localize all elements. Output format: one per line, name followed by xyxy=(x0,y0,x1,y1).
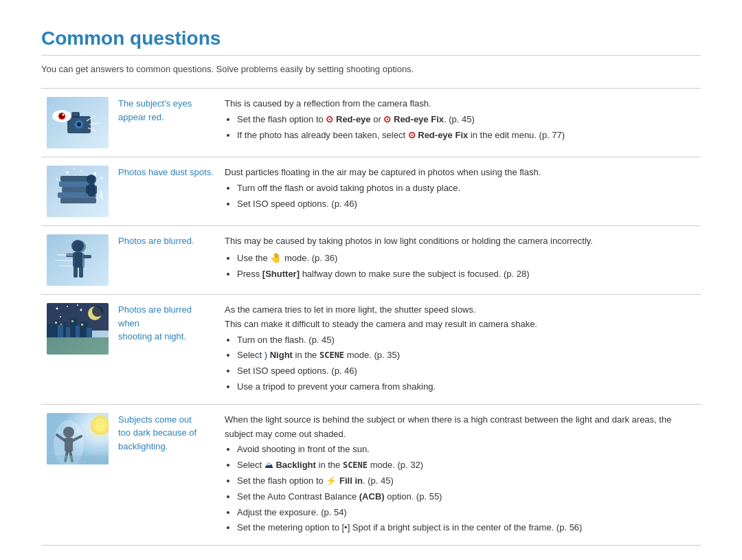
table-row: Photos are blurred whenshooting at night… xyxy=(41,295,701,405)
subtitle: You can get answers to common questions.… xyxy=(41,64,701,74)
svg-point-50 xyxy=(77,304,78,306)
bullet-item: Set the flash option to ⊙ Red-eye or ⊙ R… xyxy=(237,113,697,127)
svg-rect-62 xyxy=(71,320,74,322)
svg-point-49 xyxy=(60,316,61,317)
bullet-item: Avoid shooting in front of the sun. xyxy=(237,443,697,457)
faq-table: The subject's eyesappear red.This is cau… xyxy=(41,88,701,546)
content-intro: As the camera tries to let in more light… xyxy=(225,304,476,315)
svg-point-23 xyxy=(66,171,69,174)
svg-rect-59 xyxy=(87,328,92,337)
content-intro: Dust particles floating in the air may b… xyxy=(225,167,541,177)
svg-point-67 xyxy=(93,418,107,432)
svg-point-9 xyxy=(63,114,65,116)
image-cell-dust-spots xyxy=(41,157,114,226)
label-cell-dust-spots: Photos have dust spots. xyxy=(114,157,221,226)
svg-rect-34 xyxy=(73,252,82,267)
svg-rect-63 xyxy=(81,324,83,326)
bullet-item: Set ISO speed options. (p. 46) xyxy=(237,364,697,379)
content-intro: This is caused by a reflection from the … xyxy=(225,98,431,109)
label-text-2: too dark because of xyxy=(118,427,196,438)
content-cell-dust-spots: Dust particles floating in the air may b… xyxy=(221,157,701,226)
svg-rect-2 xyxy=(71,112,80,117)
svg-point-5 xyxy=(77,122,81,126)
bullet-item: Select ) Night in the SCENE mode. (p. 35… xyxy=(237,348,697,363)
svg-rect-38 xyxy=(79,267,83,278)
table-row: The subject's eyesappear red.This is cau… xyxy=(41,89,701,157)
label-cell-backlight: Subjects come outtoo dark because ofback… xyxy=(114,404,221,545)
bullet-item: Turn off the flash or avoid taking photo… xyxy=(237,181,697,196)
image-cell-backlight xyxy=(41,404,114,545)
svg-rect-77 xyxy=(47,456,109,464)
svg-rect-36 xyxy=(83,255,91,258)
svg-point-28 xyxy=(74,168,75,170)
svg-point-46 xyxy=(56,308,58,310)
svg-point-24 xyxy=(80,170,82,172)
image-cell-blurred xyxy=(41,226,114,295)
title-divider xyxy=(41,55,701,56)
svg-point-33 xyxy=(71,240,84,252)
svg-point-45 xyxy=(92,306,103,317)
svg-rect-60 xyxy=(47,337,109,355)
bullet-item: Set the metering option to [•] Spot if a… xyxy=(237,521,697,535)
bullet-item: Press [Shutter] halfway down to make sur… xyxy=(237,267,697,282)
image-cell-red-eye xyxy=(41,89,114,157)
bullet-item: Select ⛰ Backlight in the SCENE mode. (p… xyxy=(237,458,697,473)
bullet-item: Set the Auto Contrast Balance (ACB) opti… xyxy=(237,490,697,504)
label-text: Subjects come out xyxy=(118,414,192,425)
label-text-3: backlighting. xyxy=(118,441,168,451)
bullet-item: Turn on the flash. (p. 45) xyxy=(237,333,697,348)
svg-point-19 xyxy=(87,175,96,184)
svg-rect-21 xyxy=(86,186,90,194)
svg-point-27 xyxy=(100,177,103,179)
svg-rect-22 xyxy=(93,186,97,194)
label-text-2: shooting at night. xyxy=(118,331,186,341)
svg-rect-64 xyxy=(60,324,62,325)
content-intro2: This can make it difficult to steady the… xyxy=(225,319,537,329)
content-cell-night: As the camera tries to let in more light… xyxy=(221,295,701,405)
content-intro: When the light source is behind the subj… xyxy=(225,414,671,439)
image-cell-night xyxy=(41,295,114,405)
label-text: Photos are blurred when xyxy=(118,304,192,328)
content-cell-red-eye: This is caused by a reflection from the … xyxy=(221,89,701,157)
content-intro: This may be caused by taking photos in l… xyxy=(225,236,593,246)
label-cell-night: Photos are blurred whenshooting at night… xyxy=(114,295,221,405)
bullet-item: Use a tripod to prevent your camera from… xyxy=(237,380,697,394)
label-text: Photos are blurred. xyxy=(118,236,194,246)
table-row: Photos have dust spots.Dust particles fl… xyxy=(41,157,701,226)
svg-rect-18 xyxy=(60,198,96,203)
label-text: Photos have dust spots. xyxy=(118,167,214,177)
bullet-item: If the photo has already been taken, sel… xyxy=(237,128,697,143)
content-cell-backlight: When the light source is behind the subj… xyxy=(221,404,701,545)
label-text: The subject's eyes xyxy=(118,98,192,109)
content-cell-blurred: This may be caused by taking photos in l… xyxy=(221,226,701,295)
table-row: Photos are blurred.This may be caused by… xyxy=(41,226,701,295)
bullet-item: Set ISO speed options. (p. 46) xyxy=(237,197,697,212)
svg-rect-37 xyxy=(74,267,78,278)
page-title: Common questions xyxy=(41,27,701,49)
label-cell-blurred: Photos are blurred. xyxy=(114,226,221,295)
svg-point-47 xyxy=(67,306,68,307)
label-cell-red-eye: The subject's eyesappear red. xyxy=(114,89,221,157)
bullet-item: Set the flash option to ⚡ Fill in. (p. 4… xyxy=(237,474,697,489)
label-text-2: appear red. xyxy=(118,112,164,122)
svg-point-26 xyxy=(56,179,58,181)
svg-rect-61 xyxy=(55,322,57,324)
table-row: Subjects come outtoo dark because ofback… xyxy=(41,404,701,545)
svg-point-25 xyxy=(93,172,97,176)
bullet-item: Adjust the exposure. (p. 54) xyxy=(237,506,697,520)
bullet-item: Use the 🤚 mode. (p. 36) xyxy=(237,250,697,266)
svg-point-48 xyxy=(80,309,82,311)
